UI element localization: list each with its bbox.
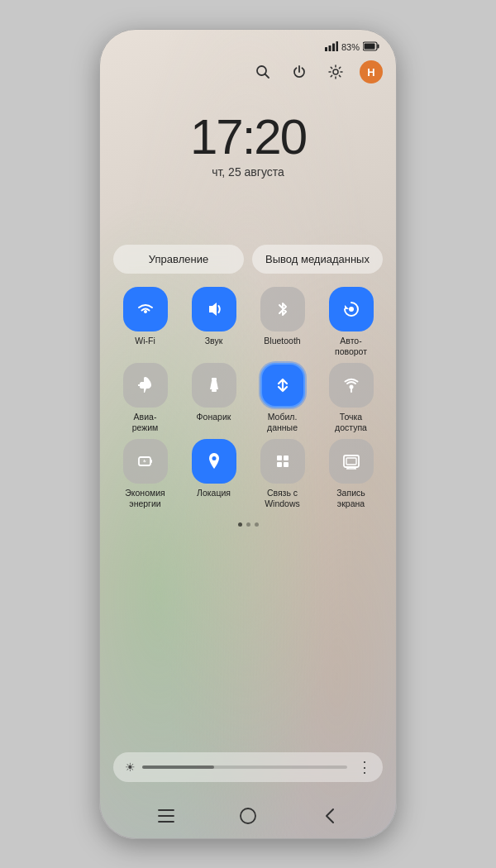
svg-point-9 bbox=[333, 69, 338, 74]
clock-date: чт, 25 августа bbox=[100, 165, 396, 179]
svg-point-32 bbox=[241, 808, 255, 823]
svg-rect-18 bbox=[150, 460, 152, 463]
airplane-icon-bg bbox=[123, 363, 168, 408]
nav-home-button[interactable] bbox=[231, 804, 265, 828]
clock-time: 17:20 bbox=[100, 112, 396, 162]
mobiledata-label: Мобил.данные bbox=[267, 412, 298, 432]
dot-1 bbox=[238, 522, 242, 527]
brightness-menu-icon[interactable]: ⋮ bbox=[357, 758, 371, 776]
tile-screen-record[interactable]: Записьэкрана bbox=[319, 439, 383, 508]
svg-point-12 bbox=[349, 307, 354, 312]
top-actions: H bbox=[100, 60, 396, 84]
tile-airplane[interactable]: Авиа-режим bbox=[113, 363, 177, 432]
svg-rect-21 bbox=[284, 455, 289, 460]
tile-battery-saver[interactable]: Экономияэнергии bbox=[113, 439, 177, 508]
svg-rect-25 bbox=[346, 458, 356, 465]
location-label: Локация bbox=[197, 488, 231, 498]
bluetooth-icon-bg bbox=[260, 287, 305, 331]
nav-recent-button[interactable] bbox=[150, 804, 183, 828]
svg-point-19 bbox=[212, 456, 216, 460]
location-icon-bg bbox=[192, 439, 236, 484]
airplane-label: Авиа-режим bbox=[132, 412, 159, 432]
tile-location[interactable]: Локация bbox=[182, 439, 246, 508]
svg-marker-10 bbox=[209, 303, 217, 316]
power-button[interactable] bbox=[287, 60, 312, 84]
tile-sound[interactable]: Звук bbox=[182, 287, 246, 356]
flashlight-label: Фонарик bbox=[197, 412, 231, 422]
search-button[interactable] bbox=[250, 60, 275, 84]
user-button[interactable]: H bbox=[360, 60, 383, 83]
svg-rect-2 bbox=[332, 44, 335, 52]
user-initial: H bbox=[367, 66, 374, 79]
svg-marker-11 bbox=[345, 305, 349, 309]
battery-text: 83% bbox=[341, 42, 360, 52]
screen-record-label: Записьэкрана bbox=[336, 488, 365, 508]
mobiledata-icon-bg bbox=[260, 363, 305, 408]
brightness-sun-icon: ☀ bbox=[125, 761, 136, 774]
signal-icon bbox=[325, 41, 338, 53]
svg-rect-5 bbox=[378, 45, 379, 49]
media-row: Управление Вывод медиаданных bbox=[113, 245, 383, 274]
tile-mobiledata[interactable]: Мобил.данные bbox=[250, 363, 314, 432]
control-panel: Управление Вывод медиаданных Wi-Fi bbox=[113, 245, 383, 527]
autorotate-label: Авто-поворот bbox=[335, 336, 367, 356]
tile-wifi[interactable]: Wi-Fi bbox=[113, 287, 177, 356]
tile-flashlight[interactable]: Фонарик bbox=[182, 363, 246, 432]
battery-saver-icon-bg bbox=[123, 439, 168, 484]
svg-rect-23 bbox=[284, 462, 289, 467]
svg-line-8 bbox=[265, 74, 269, 79]
wifi-label: Wi-Fi bbox=[135, 336, 155, 346]
windows-icon-bg bbox=[260, 439, 305, 484]
windows-label: Связь сWindows bbox=[265, 488, 300, 508]
bluetooth-label: Bluetooth bbox=[264, 336, 300, 346]
brightness-track[interactable] bbox=[142, 765, 347, 769]
tile-autorotate[interactable]: Авто-поворот bbox=[319, 287, 383, 356]
clock-area: 17:20 чт, 25 августа bbox=[100, 112, 396, 179]
screen-record-icon-bg bbox=[329, 439, 374, 484]
wifi-icon-bg bbox=[123, 287, 168, 331]
media-output-button[interactable]: Вывод медиаданных bbox=[252, 245, 383, 274]
flashlight-icon-bg bbox=[192, 363, 236, 408]
svg-rect-14 bbox=[212, 389, 217, 392]
battery-saver-label: Экономияэнергии bbox=[125, 488, 165, 508]
dot-3 bbox=[255, 522, 259, 527]
pagination-dots bbox=[113, 522, 383, 527]
battery-icon bbox=[363, 40, 379, 55]
dot-2 bbox=[246, 522, 250, 527]
nav-back-button[interactable] bbox=[313, 804, 346, 828]
svg-rect-0 bbox=[325, 47, 327, 51]
status-icons: 83% bbox=[325, 40, 379, 55]
tile-hotspot[interactable]: Точкадоступа bbox=[319, 363, 383, 432]
sound-label: Звук bbox=[205, 336, 223, 346]
nav-bar bbox=[100, 804, 396, 828]
status-bar: 83% bbox=[100, 40, 396, 55]
hotspot-icon-bg bbox=[329, 363, 374, 408]
svg-rect-6 bbox=[365, 44, 375, 50]
svg-rect-3 bbox=[336, 41, 338, 51]
svg-rect-22 bbox=[277, 462, 282, 467]
hotspot-label: Точкадоступа bbox=[335, 412, 367, 432]
manage-button[interactable]: Управление bbox=[113, 245, 244, 274]
quick-tiles-grid: Wi-Fi Звук Bluetooth bbox=[113, 287, 383, 509]
settings-button[interactable] bbox=[323, 60, 348, 84]
phone-frame: 83% bbox=[99, 29, 397, 839]
tile-windows[interactable]: Связь сWindows bbox=[250, 439, 314, 508]
sound-icon-bg bbox=[192, 287, 236, 331]
svg-rect-1 bbox=[328, 45, 331, 51]
autorotate-icon-bg bbox=[329, 287, 374, 331]
brightness-fill bbox=[142, 765, 214, 769]
svg-rect-20 bbox=[277, 455, 282, 460]
svg-rect-13 bbox=[212, 378, 217, 381]
brightness-bar[interactable]: ☀ ⋮ bbox=[113, 752, 383, 782]
tile-bluetooth[interactable]: Bluetooth bbox=[250, 287, 314, 356]
